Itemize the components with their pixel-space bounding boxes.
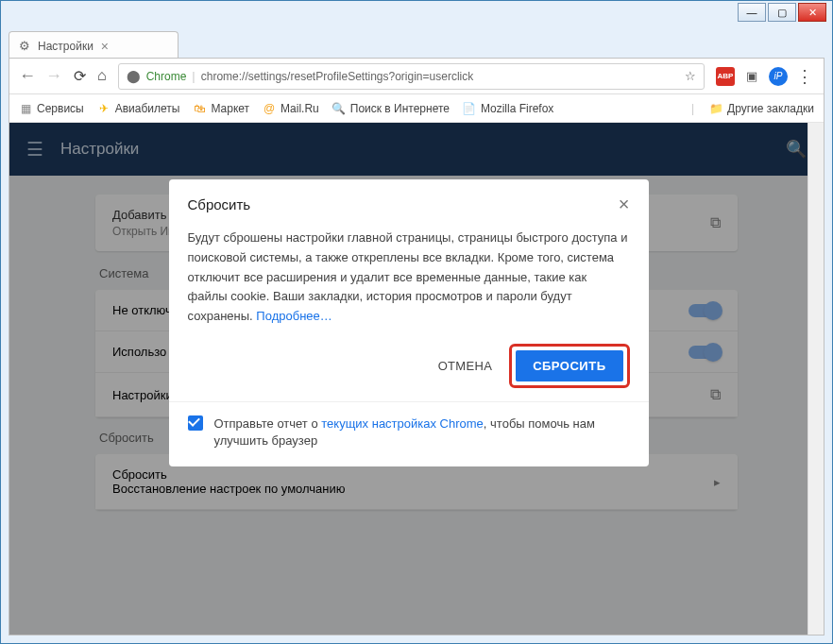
- lock-icon: ⬤: [127, 69, 141, 83]
- reset-confirm-button[interactable]: СБРОСИТЬ: [516, 350, 622, 381]
- confirm-highlight: СБРОСИТЬ: [509, 344, 629, 388]
- bookmark-other[interactable]: 📁Другие закладки: [709, 102, 814, 115]
- bookmark-apps[interactable]: ▦Сервисы: [19, 102, 84, 115]
- gear-icon: ⚙: [19, 39, 30, 53]
- browser-content: ← → ⟳ ⌂ ⬤ Chrome | chrome://settings/res…: [8, 58, 824, 636]
- chrome-menu-icon[interactable]: ⋮: [795, 67, 814, 86]
- window-frame: — ▢ ✕ ⚙ Настройки × ← → ⟳ ⌂ ⬤ Chrome | c…: [0, 0, 833, 644]
- bookmark-search[interactable]: 🔍Поиск в Интернете: [332, 102, 450, 115]
- settings-page: ☰ Настройки 🔍 Добавить специальные возмо…: [9, 123, 824, 635]
- forward-button: →: [45, 66, 62, 86]
- cancel-button[interactable]: ОТМЕНА: [438, 359, 492, 373]
- toolbar: ← → ⟳ ⌂ ⬤ Chrome | chrome://settings/res…: [9, 59, 824, 94]
- maximize-button[interactable]: ▢: [768, 3, 796, 22]
- bookmark-firefox[interactable]: 📄Mozilla Firefox: [463, 102, 553, 115]
- titlebar: — ▢ ✕: [1, 1, 832, 29]
- tab-strip: ⚙ Настройки ×: [8, 29, 824, 59]
- report-checkbox[interactable]: [188, 415, 203, 431]
- tab-close-icon[interactable]: ×: [101, 40, 109, 53]
- modal-overlay: Сбросить × Будут сброшены настройки глав…: [9, 123, 808, 635]
- report-link[interactable]: текущих настройках Chrome: [321, 416, 484, 431]
- ip-extension-icon[interactable]: iP: [769, 67, 788, 86]
- scrollbar[interactable]: [808, 123, 824, 635]
- nav-icons: ⟳ ⌂: [74, 67, 107, 85]
- bookmark-avia[interactable]: ✈Авиабилеты: [97, 102, 180, 115]
- reload-button[interactable]: ⟳: [74, 67, 86, 85]
- origin-chip: Chrome: [146, 70, 187, 83]
- browser-tab-settings[interactable]: ⚙ Настройки ×: [8, 31, 178, 59]
- omnibox[interactable]: ⬤ Chrome | chrome://settings/resetProfil…: [118, 63, 705, 90]
- dialog-title: Сбросить: [188, 196, 251, 212]
- window-close-button[interactable]: ✕: [798, 3, 826, 22]
- dialog-footer: Отправьте отчет о текущих настройках Chr…: [169, 401, 649, 466]
- abp-extension-icon[interactable]: ABP: [716, 67, 735, 86]
- bookmarks-bar: ▦Сервисы ✈Авиабилеты 🛍Маркет @Mail.Ru 🔍П…: [9, 94, 824, 123]
- minimize-button[interactable]: —: [738, 3, 766, 22]
- bookmark-mailru[interactable]: @Mail.Ru: [263, 102, 319, 115]
- home-button[interactable]: ⌂: [97, 67, 107, 85]
- dialog-body-text: Будут сброшены настройки главной страниц…: [188, 230, 628, 323]
- close-icon[interactable]: ×: [619, 195, 630, 213]
- back-button[interactable]: ←: [19, 66, 36, 86]
- screenshot-extension-icon[interactable]: ▣: [742, 67, 761, 86]
- learn-more-link[interactable]: Подробнее…: [256, 309, 332, 323]
- bookmark-market[interactable]: 🛍Маркет: [193, 102, 249, 115]
- bookmark-star-icon[interactable]: ☆: [685, 69, 696, 83]
- reset-dialog: Сбросить × Будут сброшены настройки глав…: [169, 179, 649, 466]
- url-text: chrome://settings/resetProfileSettings?o…: [201, 70, 679, 83]
- tab-title: Настройки: [38, 40, 94, 53]
- extension-icons: ABP ▣ iP ⋮: [716, 67, 814, 86]
- report-text: Отправьте отчет о текущих настройках Chr…: [214, 415, 630, 449]
- navigation-arrows: ← →: [19, 66, 62, 86]
